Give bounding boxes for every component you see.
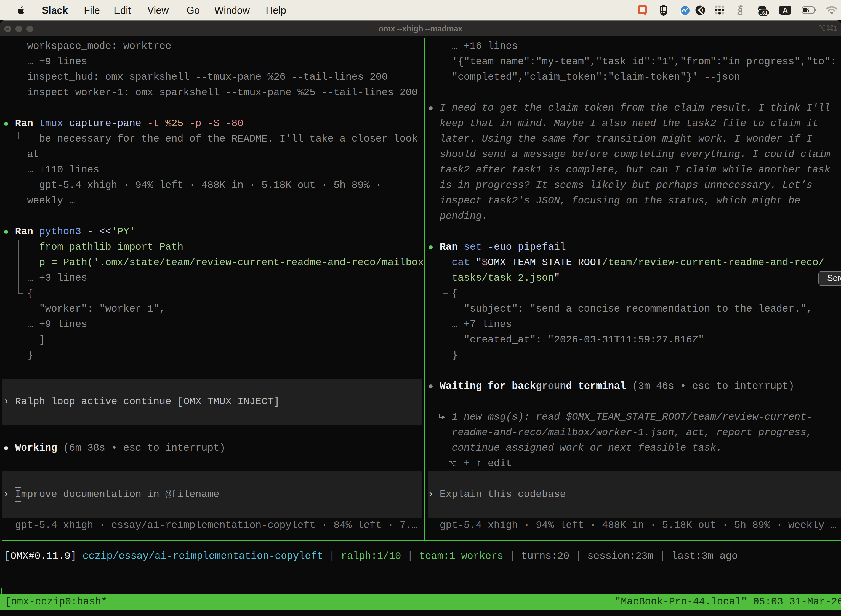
- svg-text:A: A: [783, 6, 788, 14]
- svg-text:1: 1: [834, 24, 837, 32]
- svg-text:..61: ..61: [760, 10, 767, 16]
